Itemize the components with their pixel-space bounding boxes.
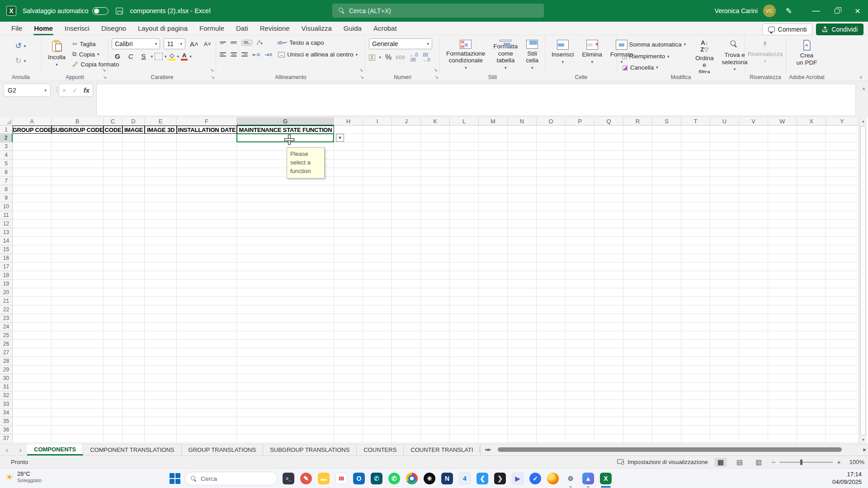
bold-button[interactable]: G [112,52,123,61]
cell-M5[interactable] [479,160,508,168]
cell-W28[interactable] [768,357,797,366]
cell-S22[interactable] [652,305,681,314]
cell-U30[interactable] [710,374,739,383]
cell-O28[interactable] [537,357,566,366]
cell-C21[interactable] [104,297,123,305]
cell-J16[interactable] [392,254,421,263]
cell-W32[interactable] [768,391,797,400]
cell-J14[interactable] [392,237,421,245]
cell-Y27[interactable] [826,348,859,357]
cell-B28[interactable] [52,357,104,366]
cell-W30[interactable] [768,374,797,383]
cell-I32[interactable] [363,391,392,400]
paint-icon[interactable]: ✎ [299,472,313,485]
cell-Y3[interactable] [826,142,859,151]
cell-Y21[interactable] [826,297,859,305]
cell-M22[interactable] [479,305,508,314]
cell-I4[interactable] [363,151,392,160]
confirm-entry-icon[interactable]: ✓ [72,87,78,94]
cell-U33[interactable] [710,400,739,408]
cell-H20[interactable] [334,288,363,297]
align-middle-icon[interactable] [231,42,237,44]
cell-D2[interactable] [123,134,145,142]
cell-G34[interactable] [237,408,334,417]
cell-V20[interactable] [739,288,768,297]
cell-B29[interactable] [52,366,104,374]
cell-B16[interactable] [52,254,104,263]
font-color-icon[interactable]: A [181,52,188,61]
cell-W36[interactable] [768,426,797,434]
cell-U13[interactable] [710,228,739,237]
cell-Q21[interactable] [594,297,623,305]
cell-Y34[interactable] [826,408,859,417]
cell-P30[interactable] [566,374,594,383]
cell-F8[interactable] [177,185,237,194]
cell-S28[interactable] [652,357,681,366]
cell-W10[interactable] [768,202,797,211]
cell-U31[interactable] [710,383,739,391]
cell-A17[interactable] [13,263,52,271]
cell-T17[interactable] [681,263,710,271]
cell-R29[interactable] [623,366,652,374]
cell-Y15[interactable] [826,245,859,254]
cell-P32[interactable] [566,391,594,400]
cell-Y32[interactable] [826,391,859,400]
media-player-icon[interactable]: ▶ [511,472,524,485]
column-header-W[interactable]: W [768,117,797,126]
cell-A23[interactable] [13,314,52,323]
cell-B19[interactable] [52,280,104,288]
cell-A24[interactable] [13,323,52,331]
cell-M18[interactable] [479,271,508,280]
fill-button[interactable]: ↓Riempimento▾ [621,52,687,61]
cell-R25[interactable] [623,331,652,340]
column-header-R[interactable]: R [623,117,652,126]
cell-G18[interactable] [237,271,334,280]
cell-H25[interactable] [334,331,363,340]
column-header-F[interactable]: F [177,117,237,126]
cell-A2[interactable] [13,134,52,142]
column-header-L[interactable]: L [450,117,479,126]
cell-V15[interactable] [739,245,768,254]
cell-D14[interactable] [123,237,145,245]
cell-X6[interactable] [797,168,826,177]
cell-U21[interactable] [710,297,739,305]
cell-K26[interactable] [421,340,450,348]
cell-I25[interactable] [363,331,392,340]
cell-M33[interactable] [479,400,508,408]
dialog-launcher-icon[interactable]: ↘ [211,75,215,80]
cell-G32[interactable] [237,391,334,400]
row-header-13[interactable]: 13 [0,228,13,237]
column-header-N[interactable]: N [508,117,537,126]
cell-M34[interactable] [479,408,508,417]
cell-K17[interactable] [421,263,450,271]
cell-D3[interactable] [123,142,145,151]
cell-L8[interactable] [450,185,479,194]
cell-A1[interactable]: GROUP CODE [13,126,52,134]
cell-Q4[interactable] [594,151,623,160]
autosave-toggle[interactable] [92,7,108,15]
cell-S11[interactable] [652,211,681,220]
percent-format-icon[interactable]: % [385,53,392,61]
cell-L36[interactable] [450,426,479,434]
cell-O33[interactable] [537,400,566,408]
row-header-10[interactable]: 10 [0,202,13,211]
cell-H33[interactable] [334,400,363,408]
cell-N15[interactable] [508,245,537,254]
cell-N37[interactable] [508,434,537,443]
cell-W19[interactable] [768,280,797,288]
cell-P11[interactable] [566,211,594,220]
cell-X30[interactable] [797,374,826,383]
cell-L34[interactable] [450,408,479,417]
cell-P34[interactable] [566,408,594,417]
cell-X20[interactable] [797,288,826,297]
cell-Y31[interactable] [826,383,859,391]
cell-S31[interactable] [652,383,681,391]
cell-P4[interactable] [566,151,594,160]
cell-Y29[interactable] [826,366,859,374]
cell-W12[interactable] [768,220,797,228]
cell-S25[interactable] [652,331,681,340]
cell-I27[interactable] [363,348,392,357]
cell-Q19[interactable] [594,280,623,288]
cell-M30[interactable] [479,374,508,383]
cell-K28[interactable] [421,357,450,366]
